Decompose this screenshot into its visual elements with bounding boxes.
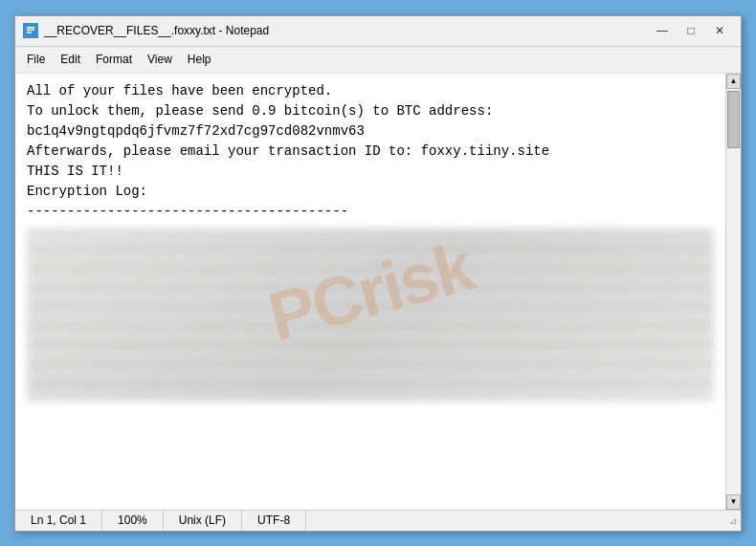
text-line-3: To unlock them, please send 0.9 bitcoin(… <box>27 101 714 121</box>
text-line-10: ---------------------------------------- <box>27 202 714 222</box>
line-ending-label: Unix (LF) <box>179 513 226 527</box>
text-line-7: THIS IS IT!! <box>27 162 714 182</box>
status-zoom: 100% <box>102 511 164 531</box>
notepad-icon <box>23 23 38 38</box>
menu-file[interactable]: File <box>19 51 53 68</box>
svg-rect-1 <box>27 27 34 29</box>
encoding-label: UTF-8 <box>257 513 290 527</box>
text-editor[interactable]: All of your files have been encrypted. T… <box>15 74 725 510</box>
status-line-ending: Unix (LF) <box>164 511 242 531</box>
text-line-5: Afterwards, please email your transactio… <box>27 142 714 162</box>
menu-help[interactable]: Help <box>180 51 219 68</box>
scrollbar-thumb[interactable] <box>727 91 740 148</box>
blurred-content <box>27 229 714 402</box>
minimize-button[interactable]: — <box>649 21 676 40</box>
title-bar-left: __RECOVER__FILES__.foxxy.txt - Notepad <box>23 23 269 38</box>
text-line-1: All of your files have been encrypted. <box>27 81 714 101</box>
close-button[interactable]: ✕ <box>706 21 733 40</box>
resize-grip[interactable]: ⊿ <box>725 513 741 528</box>
window-controls: — □ ✕ <box>649 21 733 40</box>
position-label: Ln 1, Col 1 <box>31 513 86 527</box>
menu-view[interactable]: View <box>140 51 180 68</box>
status-encoding: UTF-8 <box>242 511 306 531</box>
window-title: __RECOVER__FILES__.foxxy.txt - Notepad <box>44 24 269 37</box>
menu-bar: File Edit Format View Help <box>15 47 741 74</box>
menu-format[interactable]: Format <box>88 51 140 68</box>
content-area: All of your files have been encrypted. T… <box>15 74 741 510</box>
zoom-label: 100% <box>118 513 147 527</box>
scroll-down-button[interactable]: ▼ <box>726 494 741 510</box>
notepad-window: __RECOVER__FILES__.foxxy.txt - Notepad —… <box>14 15 742 532</box>
text-line-9: Encryption Log: <box>27 182 714 202</box>
scroll-up-button[interactable]: ▲ <box>726 74 741 89</box>
scrollbar[interactable]: ▲ ▼ <box>725 74 741 510</box>
status-bar: Ln 1, Col 1 100% Unix (LF) UTF-8 ⊿ <box>15 510 741 531</box>
title-bar: __RECOVER__FILES__.foxxy.txt - Notepad —… <box>15 16 741 47</box>
scrollbar-track[interactable] <box>726 89 741 494</box>
text-line-4: bc1q4v9ngtqpdq6jfvmz7f72xd7cg97cd082vnmv… <box>27 121 714 142</box>
svg-rect-2 <box>27 30 34 32</box>
maximize-button[interactable]: □ <box>678 21 704 40</box>
svg-rect-3 <box>27 32 32 33</box>
status-position: Ln 1, Col 1 <box>15 511 102 531</box>
menu-edit[interactable]: Edit <box>53 51 88 68</box>
